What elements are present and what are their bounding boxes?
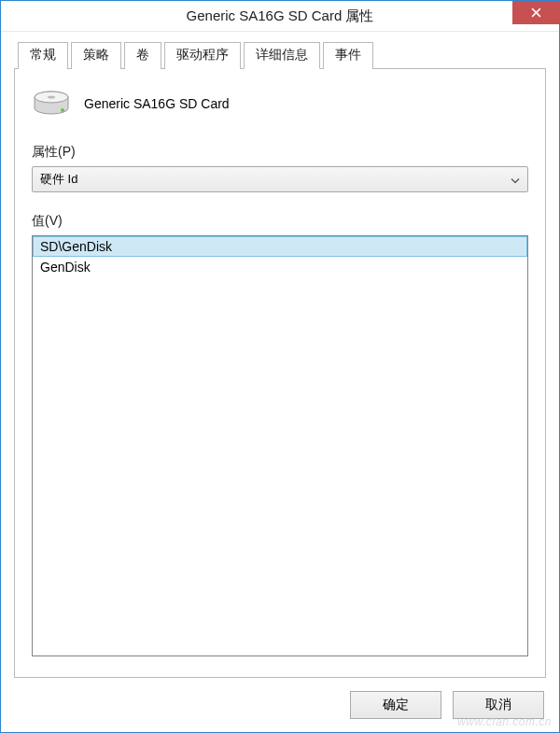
device-name: Generic SA16G SD Card xyxy=(84,96,230,111)
device-header: Generic SA16G SD Card xyxy=(32,90,528,118)
close-icon xyxy=(531,7,541,18)
tab-driver[interactable]: 驱动程序 xyxy=(164,42,241,69)
tab-policies[interactable]: 策略 xyxy=(71,42,121,69)
ok-button[interactable]: 确定 xyxy=(350,691,441,719)
svg-point-4 xyxy=(48,96,55,99)
tab-general[interactable]: 常规 xyxy=(18,42,68,69)
tab-details[interactable]: 详细信息 xyxy=(244,42,320,69)
cancel-button[interactable]: 取消 xyxy=(453,691,544,719)
titlebar[interactable]: Generic SA16G SD Card 属性 xyxy=(1,1,559,32)
properties-dialog: Generic SA16G SD Card 属性 常规 策略 卷 驱动程序 详细… xyxy=(0,0,560,733)
client-area: 常规 策略 卷 驱动程序 详细信息 事件 Generic SA16G SD xyxy=(1,32,559,732)
tab-strip: 常规 策略 卷 驱动程序 详细信息 事件 xyxy=(14,41,546,68)
value-label: 值(V) xyxy=(32,213,528,230)
dialog-buttons: 确定 取消 xyxy=(14,691,546,719)
disk-drive-icon xyxy=(32,90,71,118)
property-label: 属性(P) xyxy=(32,144,528,161)
property-selected-value: 硬件 Id xyxy=(40,171,77,188)
property-dropdown[interactable]: 硬件 Id xyxy=(32,166,528,192)
svg-point-5 xyxy=(61,108,64,112)
value-listbox[interactable]: SD\GenDisk GenDisk xyxy=(32,235,528,656)
list-item[interactable]: SD\GenDisk xyxy=(33,236,527,257)
list-item[interactable]: GenDisk xyxy=(33,257,527,277)
chevron-down-icon xyxy=(511,173,520,187)
tab-events[interactable]: 事件 xyxy=(323,42,373,69)
window-title: Generic SA16G SD Card 属性 xyxy=(187,7,374,25)
tab-panel-details: Generic SA16G SD Card 属性(P) 硬件 Id 值(V) S… xyxy=(14,68,546,678)
tab-volumes[interactable]: 卷 xyxy=(124,42,161,69)
close-button[interactable] xyxy=(512,1,559,24)
